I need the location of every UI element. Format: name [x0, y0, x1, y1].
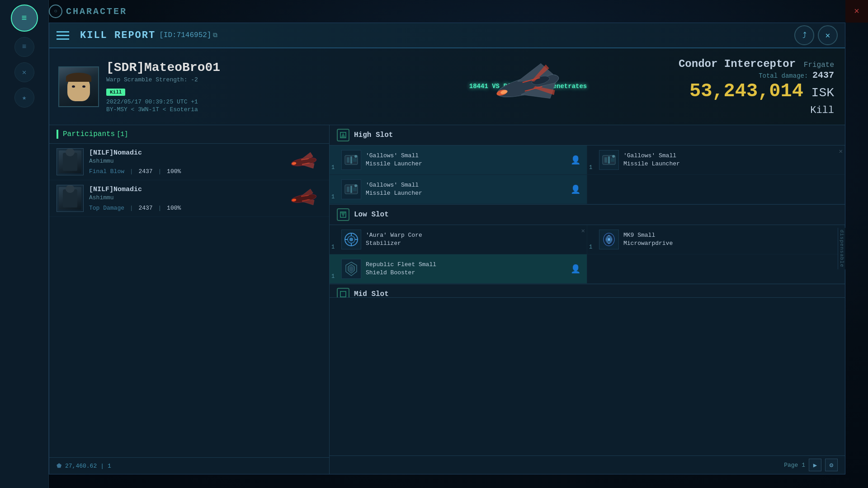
svg-rect-36: [350, 186, 352, 193]
ship-type: Condor Interceptor: [679, 57, 796, 70]
low-slot-icon: [337, 208, 349, 221]
victim-avatar: [58, 66, 99, 107]
high-slot-grid: 1 'Gallows' SmallMissile Launcher �: [330, 145, 845, 204]
character-icon: ○: [49, 5, 62, 18]
kill-badge: Kill: [106, 89, 125, 96]
window-close-button[interactable]: ×: [845, 0, 868, 23]
equip-item-hs-2: 1 'Gallows' SmallMissile Launcher ✕: [587, 145, 845, 175]
kill-time: 2022/05/17 00:39:25 UTC +1: [106, 99, 220, 105]
high-slot-header: High Slot: [330, 125, 845, 145]
isk-value: 53,243,014: [689, 80, 803, 102]
header-menu-button[interactable]: [57, 27, 73, 43]
high-slot-title: High Slot: [354, 131, 393, 139]
equip-item-ls-1: 1 'Aura' Warp: [330, 225, 587, 254]
left-sidebar: ≡ ≡ ✕ ★: [0, 0, 49, 488]
export-button[interactable]: ⤴: [794, 25, 814, 45]
sidebar-nav-button-1[interactable]: ≡: [14, 37, 34, 57]
equip-item-hs-1: 1 'Gallows' SmallMissile Launcher �: [330, 145, 587, 175]
equip-person-icon-hs-3: 👤: [571, 184, 580, 194]
equip-close-hs-2[interactable]: ✕: [839, 147, 843, 155]
filter-button[interactable]: ⚙: [825, 459, 838, 471]
page-next-button[interactable]: ▶: [809, 459, 821, 471]
svg-rect-25: [347, 157, 349, 163]
participant-list: [NILF]Nomadic Ashimmu Final Blow | 2437 …: [49, 144, 329, 457]
footer-count: 1: [108, 463, 111, 469]
equip-name-ls-2: MK9 SmallMicrowarpdrive: [623, 231, 838, 248]
participants-count: [1]: [117, 131, 128, 138]
equip-name-ls-3: Republic Fleet SmallShield Booster: [366, 261, 568, 277]
svg-rect-37: [353, 188, 357, 191]
equip-icon-ls-2: [599, 230, 619, 249]
low-slot-header: Low Slot: [330, 205, 845, 225]
ship-model: [474, 49, 582, 124]
next-slot-icon: [337, 288, 349, 298]
equip-icon-hs-1: [341, 150, 361, 170]
equip-name-hs-2: 'Gallows' SmallMissile Launcher: [623, 152, 838, 168]
svg-rect-35: [347, 187, 349, 192]
victim-warp-scramble: Warp Scramble Strength: -2: [106, 76, 220, 83]
low-slot-grid: 1 'Aura' Warp: [330, 225, 845, 284]
participant-item-2: [NILF]Nomadic Ashimmu Top Damage | 2437 …: [49, 180, 329, 217]
kill-stats: Condor Interceptor Frigate Total damage:…: [679, 57, 834, 116]
panel-header: KILL REPORT [ID:7146952] ⧉ ⤴ ✕: [49, 23, 845, 48]
total-damage-value: 2437: [812, 70, 834, 80]
sidebar-nav-button-3[interactable]: ★: [14, 88, 34, 108]
main-panel: KILL REPORT [ID:7146952] ⧉ ⤴ ✕ [SDR]M: [49, 23, 845, 474]
dispensable-tag: dispensable: [838, 228, 845, 269]
content-area: Participants [1]: [49, 125, 845, 474]
equip-icon-hs-3: [341, 179, 361, 199]
kill-location: BY-MSY < 3WN-1T < Esoteria: [106, 106, 220, 113]
equip-icon-hs-2: [599, 150, 619, 170]
participant-item: [NILF]Nomadic Ashimmu Final Blow | 2437 …: [49, 144, 329, 180]
svg-marker-23: [341, 133, 345, 137]
svg-rect-27: [353, 158, 357, 162]
panel-copy-icon[interactable]: ⧉: [213, 32, 217, 39]
participant-avatar-1: [57, 148, 84, 175]
equip-person-icon-hs-1: 👤: [571, 155, 580, 165]
participant-ship-icon-2: [286, 187, 322, 210]
equip-item-hs-4: [587, 175, 845, 204]
close-panel-button[interactable]: ✕: [818, 25, 838, 45]
sidebar-nav-button-2[interactable]: ✕: [14, 62, 34, 82]
equip-item-ls-2: 1 MK9 SmallMicrowarpdrive: [587, 225, 845, 254]
svg-point-43: [349, 238, 353, 241]
svg-marker-40: [341, 212, 345, 217]
header-bar-accent: [57, 130, 58, 139]
high-slot-icon: [337, 129, 349, 141]
top-bar-title: CHARACTER: [66, 6, 127, 17]
equip-name-hs-3: 'Gallows' SmallMissile Launcher: [366, 181, 568, 197]
next-slot-header: Mid Slot: [330, 284, 845, 298]
svg-rect-30: [604, 157, 607, 163]
victim-info: [SDR]MateoBro01 Warp Scramble Strength: …: [106, 61, 220, 113]
equip-name-ls-1: 'Aura' Warp CoreStabilizer: [366, 231, 580, 248]
svg-rect-31: [608, 156, 610, 164]
participant-ship-icon-1: [286, 150, 322, 173]
participant-avatar-2: [57, 185, 84, 212]
next-slot-title: Mid Slot: [354, 290, 389, 298]
panel-title-id: [ID:7146952]: [159, 31, 211, 39]
total-damage-label: Total damage:: [759, 72, 808, 79]
svg-rect-26: [350, 156, 352, 164]
panel-title: KILL REPORT: [80, 30, 156, 41]
page-indicator: Page 1: [784, 462, 805, 469]
svg-point-52: [607, 237, 611, 242]
equipment-panel: High Slot 1: [330, 125, 845, 474]
equip-close-ls-1[interactable]: ✕: [581, 227, 585, 235]
svg-point-33: [612, 155, 615, 158]
svg-point-38: [354, 184, 357, 187]
footer-value: 27,460.62: [65, 463, 97, 469]
equip-item-hs-3: 1 'Gallows' SmallMissile Launcher �: [330, 175, 587, 204]
low-slot-section: Low Slot 1: [330, 205, 845, 284]
svg-rect-56: [340, 291, 346, 297]
header-actions: ⤴ ✕: [794, 25, 838, 45]
high-slot-section: High Slot 1: [330, 125, 845, 205]
equip-item-ls-3: 1 Republic Fleet SmallShield Booster 👤: [330, 254, 587, 284]
next-slot-section: Mid Slot: [330, 284, 845, 298]
kill-type-label: Kill: [679, 104, 834, 116]
participants-header: Participants [1]: [49, 125, 329, 144]
equip-icon-ls-3: [341, 259, 361, 279]
top-bar: ○ CHARACTER: [0, 0, 136, 23]
equip-icon-ls-1: [341, 230, 361, 249]
right-panel-footer: Page 1 ▶ ⚙: [330, 455, 845, 474]
equip-item-ls-4: [587, 254, 845, 284]
